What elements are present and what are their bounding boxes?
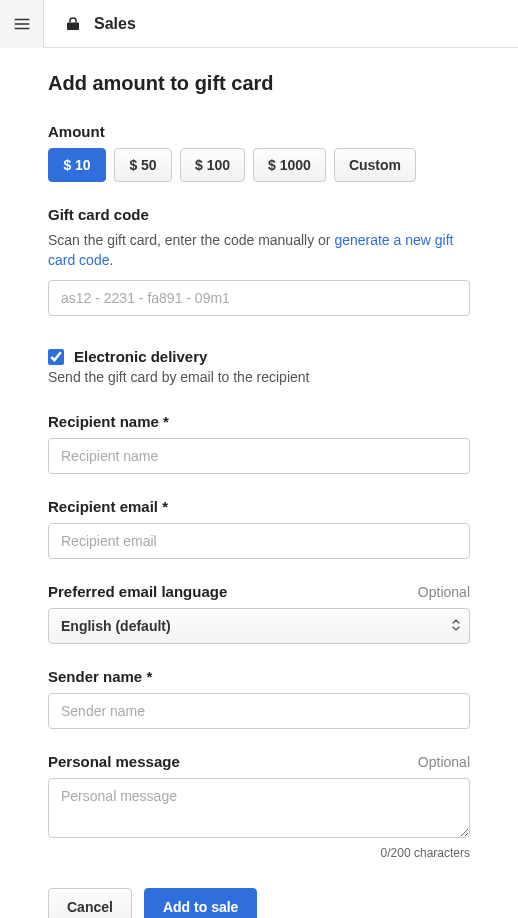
sender-name-label: Sender name * — [48, 668, 470, 685]
helper-text-before: Scan the gift card, enter the code manua… — [48, 232, 334, 248]
menu-button[interactable] — [0, 0, 44, 48]
gift-card-code-helper: Scan the gift card, enter the code manua… — [48, 231, 470, 270]
optional-text: Optional — [418, 754, 470, 770]
hamburger-icon — [13, 15, 31, 33]
sender-name-input[interactable] — [48, 693, 470, 729]
sender-name-group: Sender name * — [48, 668, 470, 729]
optional-text: Optional — [418, 584, 470, 600]
email-language-select[interactable]: English (default) — [48, 608, 470, 644]
email-language-select-wrap: English (default) — [48, 608, 470, 644]
personal-message-label: Personal message — [48, 753, 180, 770]
recipient-email-label: Recipient email * — [48, 498, 470, 515]
add-to-sale-button[interactable]: Add to sale — [144, 888, 257, 918]
page-title: Add amount to gift card — [48, 72, 470, 95]
email-language-group: Preferred email language Optional Englis… — [48, 583, 470, 644]
button-row: Cancel Add to sale — [48, 888, 470, 918]
content: Add amount to gift card Amount $ 10 $ 50… — [0, 48, 518, 918]
recipient-name-input[interactable] — [48, 438, 470, 474]
recipient-email-group: Recipient email * — [48, 498, 470, 559]
electronic-delivery-row: Electronic delivery — [48, 348, 470, 365]
char-count: 0/200 characters — [48, 846, 470, 860]
helper-text-after: . — [109, 252, 113, 268]
gift-card-code-input[interactable] — [48, 280, 470, 316]
gift-card-code-group: Gift card code Scan the gift card, enter… — [48, 206, 470, 316]
header-title-wrap: Sales — [44, 15, 136, 33]
personal-message-input[interactable] — [48, 778, 470, 838]
amount-option-100[interactable]: $ 100 — [180, 148, 245, 182]
email-language-label: Preferred email language — [48, 583, 227, 600]
electronic-delivery-checkbox[interactable] — [48, 349, 64, 365]
electronic-delivery-label: Electronic delivery — [74, 348, 207, 365]
recipient-name-label: Recipient name * — [48, 413, 470, 430]
recipient-email-input[interactable] — [48, 523, 470, 559]
required-asterisk: * — [162, 498, 168, 515]
sales-icon — [64, 15, 82, 33]
header: Sales — [0, 0, 518, 48]
header-title: Sales — [94, 15, 136, 33]
gift-card-code-label: Gift card code — [48, 206, 470, 223]
electronic-delivery-helper: Send the gift card by email to the recip… — [48, 369, 470, 385]
amount-options: $ 10 $ 50 $ 100 $ 1000 Custom — [48, 148, 470, 182]
recipient-name-group: Recipient name * — [48, 413, 470, 474]
amount-group: Amount $ 10 $ 50 $ 100 $ 1000 Custom — [48, 123, 470, 182]
required-asterisk: * — [163, 413, 169, 430]
cancel-button[interactable]: Cancel — [48, 888, 132, 918]
amount-option-1000[interactable]: $ 1000 — [253, 148, 326, 182]
svg-rect-0 — [67, 22, 79, 30]
amount-option-10[interactable]: $ 10 — [48, 148, 106, 182]
amount-label: Amount — [48, 123, 470, 140]
electronic-delivery-section: Electronic delivery Send the gift card b… — [48, 348, 470, 385]
amount-option-custom[interactable]: Custom — [334, 148, 416, 182]
required-asterisk: * — [146, 668, 152, 685]
amount-option-50[interactable]: $ 50 — [114, 148, 172, 182]
personal-message-group: Personal message Optional 0/200 characte… — [48, 753, 470, 860]
